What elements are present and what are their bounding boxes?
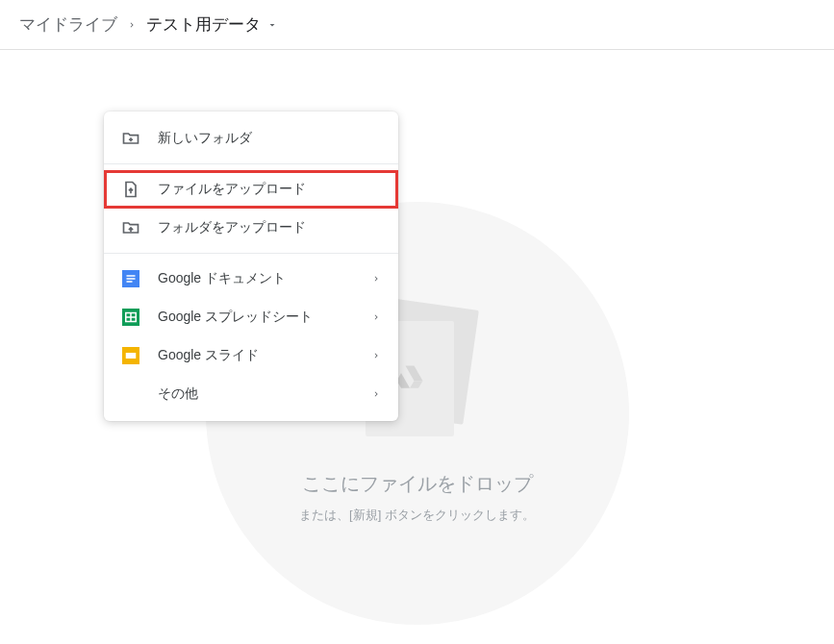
google-sheets-icon: [121, 308, 140, 327]
chevron-right-icon: [371, 351, 381, 360]
menu-divider: [104, 163, 398, 164]
breadcrumb-current[interactable]: テスト用データ: [146, 13, 278, 36]
menu-folder-upload[interactable]: フォルダをアップロード: [104, 209, 398, 247]
menu-new-folder[interactable]: 新しいフォルダ: [104, 119, 398, 158]
menu-more[interactable]: その他: [104, 375, 398, 413]
context-menu: 新しいフォルダ ファイルをアップロード フォルダをアップロード Google ド…: [104, 111, 398, 421]
menu-google-slides[interactable]: Google スライド: [104, 336, 398, 375]
menu-divider: [104, 253, 398, 254]
caret-down-icon: [266, 19, 278, 31]
breadcrumb: マイドライブ テスト用データ: [0, 0, 834, 50]
menu-label: その他: [158, 385, 354, 403]
menu-label: 新しいフォルダ: [158, 130, 381, 147]
menu-label: ファイルをアップロード: [158, 181, 381, 198]
svg-rect-2: [127, 278, 136, 280]
menu-label: Google スプレッドシート: [158, 309, 354, 326]
menu-label: Google ドキュメント: [158, 270, 354, 287]
google-docs-icon: [121, 269, 140, 288]
svg-rect-1: [127, 275, 136, 277]
file-upload-icon: [121, 180, 140, 199]
drop-title: ここにファイルをドロップ: [302, 471, 533, 497]
new-folder-icon: [121, 129, 140, 148]
chevron-right-icon: [371, 274, 381, 284]
breadcrumb-root[interactable]: マイドライブ: [19, 13, 117, 36]
google-slides-icon: [121, 346, 140, 365]
menu-file-upload[interactable]: ファイルをアップロード: [104, 170, 398, 209]
svg-rect-7: [126, 353, 137, 359]
breadcrumb-current-label: テスト用データ: [146, 13, 261, 36]
menu-google-sheets[interactable]: Google スプレッドシート: [104, 298, 398, 336]
menu-label: Google スライド: [158, 347, 354, 364]
menu-google-docs[interactable]: Google ドキュメント: [104, 260, 398, 298]
menu-label: フォルダをアップロード: [158, 219, 381, 236]
chevron-right-icon: [371, 389, 381, 399]
svg-rect-3: [127, 281, 133, 283]
chevron-right-icon: [127, 20, 137, 30]
folder-upload-icon: [121, 218, 140, 237]
chevron-right-icon: [371, 312, 381, 322]
drop-subtitle: または、[新規] ボタンをクリックします。: [299, 507, 535, 524]
